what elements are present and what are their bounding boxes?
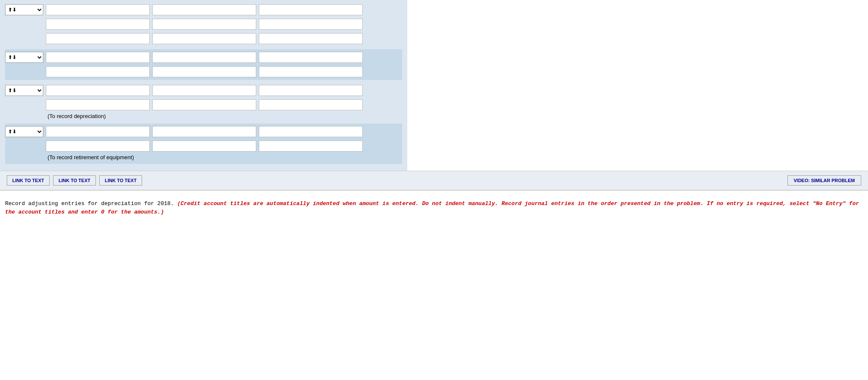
retirement-note: (To record retirement of equipment): [48, 154, 402, 160]
credit-input-4-2[interactable]: [259, 141, 363, 152]
journal-section-2: ⬆⬇: [5, 49, 402, 80]
account-select-4-1[interactable]: ⬆⬇: [5, 126, 43, 137]
journal-row: ⬆⬇: [5, 51, 402, 64]
debit-input-4-2[interactable]: [152, 141, 256, 152]
instruction-paragraph: Record adjusting entries for depreciatio…: [5, 200, 863, 216]
credit-input-3-2[interactable]: [259, 99, 363, 110]
debit-input-4-1[interactable]: [152, 126, 256, 137]
journal-section-1: ⬆⬇: [5, 3, 402, 45]
credit-input-3-1[interactable]: [259, 85, 363, 96]
account-name-1-1[interactable]: [46, 4, 150, 15]
debit-input-1-1[interactable]: [152, 4, 256, 15]
credit-input-1-2[interactable]: [259, 19, 363, 30]
journal-area: ⬆⬇ ⬆⬇: [0, 0, 407, 171]
journal-section-3: ⬆⬇ (To record depreciation): [5, 84, 402, 119]
debit-input-2-1[interactable]: [152, 52, 256, 63]
credit-input-2-2[interactable]: [259, 66, 363, 77]
account-name-3-1[interactable]: [46, 85, 150, 96]
journal-row: [5, 18, 402, 31]
journal-row: [5, 32, 402, 45]
credit-input-1-3[interactable]: [259, 33, 363, 44]
credit-input-2-1[interactable]: [259, 52, 363, 63]
journal-row: [5, 65, 402, 78]
instruction-area: Record adjusting entries for depreciatio…: [0, 193, 868, 221]
debit-input-1-3[interactable]: [152, 33, 256, 44]
journal-section-4: ⬆⬇ (To record retirement of equipment): [5, 124, 402, 164]
account-name-3-2[interactable]: [46, 99, 150, 110]
account-name-4-2[interactable]: [46, 141, 150, 152]
link-to-text-button-2[interactable]: LINK TO TEXT: [53, 175, 96, 186]
depreciation-note: (To record depreciation): [48, 113, 402, 119]
account-name-2-2[interactable]: [46, 66, 150, 77]
journal-row: ⬆⬇: [5, 84, 402, 97]
account-name-1-3[interactable]: [46, 33, 150, 44]
account-name-1-2[interactable]: [46, 19, 150, 30]
account-select-2-1[interactable]: ⬆⬇: [5, 52, 43, 63]
account-select-1-1[interactable]: ⬆⬇: [5, 4, 43, 15]
journal-row: [5, 99, 402, 111]
account-select-3-1[interactable]: ⬆⬇: [5, 85, 43, 96]
debit-input-3-1[interactable]: [152, 85, 256, 96]
journal-row: ⬆⬇: [5, 3, 402, 16]
journal-row: [5, 140, 402, 152]
credit-input-4-1[interactable]: [259, 126, 363, 137]
journal-row: ⬆⬇: [5, 125, 402, 138]
debit-input-3-2[interactable]: [152, 99, 256, 110]
debit-input-1-2[interactable]: [152, 19, 256, 30]
link-to-text-button-3[interactable]: LINK TO TEXT: [99, 175, 142, 186]
main-container: ⬆⬇ ⬆⬇: [0, 0, 868, 221]
bottom-toolbar: LINK TO TEXT LINK TO TEXT LINK TO TEXT V…: [0, 171, 868, 190]
credit-input-1-1[interactable]: [259, 4, 363, 15]
link-buttons-group: LINK TO TEXT LINK TO TEXT LINK TO TEXT: [7, 175, 142, 186]
instruction-plain: Record adjusting entries for depreciatio…: [5, 200, 177, 207]
link-to-text-button-1[interactable]: LINK TO TEXT: [7, 175, 50, 186]
video-similar-problem-button[interactable]: VIDEO: SIMILAR PROBLEM: [787, 175, 861, 186]
account-name-4-1[interactable]: [46, 126, 150, 137]
debit-input-2-2[interactable]: [152, 66, 256, 77]
account-name-2-1[interactable]: [46, 52, 150, 63]
